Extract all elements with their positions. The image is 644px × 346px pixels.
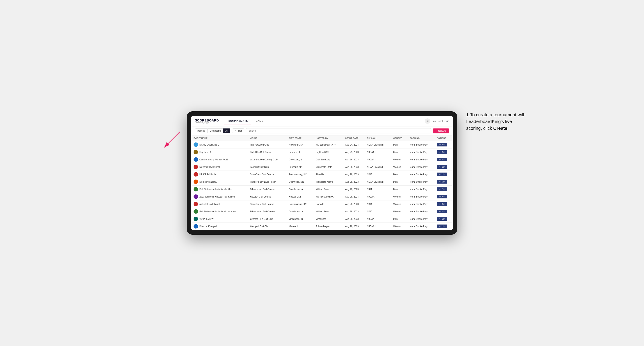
cell-division: NJCAA I bbox=[365, 149, 391, 156]
cell-date: Aug 28, 2023 bbox=[343, 200, 364, 208]
table-header: EVENT NAME VENUE CITY, STATE HOSTED BY S… bbox=[191, 136, 453, 141]
col-actions: ACTIONS bbox=[434, 136, 453, 141]
event-name: upike fall invitational bbox=[200, 203, 220, 205]
tournaments-table-container: EVENT NAME VENUE CITY, STATE HOSTED BY S… bbox=[191, 136, 453, 230]
event-icon bbox=[194, 217, 198, 221]
event-name: UPIKE Fall Invite bbox=[200, 173, 216, 176]
edit-button[interactable]: ✏ Edit bbox=[437, 202, 447, 206]
filter-hosting-button[interactable]: Hosting bbox=[195, 129, 208, 133]
cell-hosted: William Penn bbox=[314, 185, 343, 193]
tablet-screen: SCOREBOARD Powered by Clippit TOURNAMENT… bbox=[191, 116, 453, 230]
edit-icon: ✏ bbox=[439, 144, 441, 146]
cell-division: NJCAA I bbox=[365, 223, 391, 230]
edit-icon: ✏ bbox=[439, 225, 441, 227]
cell-division: NCAA Division III bbox=[365, 178, 391, 185]
table-row: UPIKE Fall Invite StoneCrest Golf Course… bbox=[191, 171, 453, 178]
tab-tournaments[interactable]: TOURNAMENTS bbox=[224, 118, 251, 124]
cell-hosted: William Penn bbox=[314, 208, 343, 215]
edit-button[interactable]: ✏ Edit bbox=[437, 173, 447, 176]
cell-city: Hesston, KS bbox=[286, 193, 314, 200]
edit-button[interactable]: ✏ Edit bbox=[437, 195, 447, 198]
cell-event: Klash at Kokopelli bbox=[191, 223, 248, 230]
edit-label: Edit bbox=[442, 203, 445, 205]
edit-icon: ✏ bbox=[439, 188, 441, 190]
event-icon bbox=[194, 165, 198, 169]
edit-button[interactable]: ✏ Edit bbox=[437, 217, 447, 221]
cell-scoring: team, Stroke Play bbox=[408, 141, 434, 149]
cell-actions: ✏ Edit bbox=[434, 163, 453, 171]
filter-competing-button[interactable]: Competing bbox=[208, 129, 223, 133]
edit-label: Edit bbox=[442, 225, 445, 227]
app-header: SCOREBOARD Powered by Clippit TOURNAMENT… bbox=[191, 116, 453, 126]
cell-hosted: Minnesota-Morris bbox=[314, 178, 343, 185]
cell-venue: The Powelton Club bbox=[248, 141, 286, 149]
col-venue: VENUE bbox=[248, 136, 286, 141]
cell-event: 2023 Women's Hesston Fall Kickoff bbox=[191, 193, 248, 200]
tab-teams[interactable]: TEAMS bbox=[251, 118, 266, 124]
cell-actions: ✏ Edit bbox=[434, 208, 453, 215]
cell-venue: StoneCrest Golf Course bbox=[248, 200, 286, 208]
cell-gender: Women bbox=[391, 193, 408, 200]
cell-date: Aug 28, 2023 bbox=[343, 178, 364, 185]
logo-sub-text: Powered by Clippit bbox=[195, 122, 219, 124]
cell-venue: Faribault Golf Club bbox=[248, 163, 286, 171]
filter-dropdown[interactable]: ≡ Filter bbox=[232, 129, 244, 133]
cell-city: Oskaloosa, IA bbox=[286, 208, 314, 215]
edit-button[interactable]: ✏ Edit bbox=[437, 187, 447, 191]
filter-icon: ≡ bbox=[234, 130, 236, 132]
col-scoring: SCORING bbox=[408, 136, 434, 141]
cell-venue: Cypress Hills Golf Club bbox=[248, 215, 286, 223]
edit-icon: ✏ bbox=[439, 151, 441, 153]
cell-actions: ✏ Edit bbox=[434, 178, 453, 185]
edit-icon: ✏ bbox=[439, 195, 441, 198]
cell-gender: Men bbox=[391, 178, 408, 185]
cell-actions: ✏ Edit bbox=[434, 141, 453, 149]
cell-event: upike fall invitational bbox=[191, 200, 248, 208]
cell-city: Newburgh, NY bbox=[286, 141, 314, 149]
edit-label: Edit bbox=[442, 166, 445, 168]
search-input[interactable] bbox=[246, 128, 431, 133]
event-icon bbox=[194, 179, 198, 184]
cell-city: Faribault, MN bbox=[286, 163, 314, 171]
edit-button[interactable]: ✏ Edit bbox=[437, 158, 447, 161]
cell-gender: Men bbox=[391, 185, 408, 193]
cell-city: Freeport, IL bbox=[286, 149, 314, 156]
edit-button[interactable]: ✏ Edit bbox=[437, 150, 447, 154]
create-button[interactable]: + Create bbox=[433, 129, 449, 133]
cell-scoring: team, Stroke Play bbox=[408, 178, 434, 185]
event-icon bbox=[194, 157, 198, 162]
toolbar: Hosting Competing All ≡ Filter + Create bbox=[191, 126, 453, 136]
table-body: MSMC Qualifying 1 The Powelton Club Newb… bbox=[191, 141, 453, 230]
cell-scoring: team, Stroke Play bbox=[408, 185, 434, 193]
annotation-arrow bbox=[151, 129, 187, 152]
cell-gender: Women bbox=[391, 163, 408, 171]
cell-date: Aug 28, 2023 bbox=[343, 171, 364, 178]
cell-event: Carl Sandburg Women FA23 bbox=[191, 156, 248, 163]
edit-button[interactable]: ✏ Edit bbox=[437, 224, 447, 228]
cell-actions: ✏ Edit bbox=[434, 193, 453, 200]
sign-link[interactable]: Sign bbox=[444, 120, 449, 122]
filter-button-group: Hosting Competing All bbox=[195, 129, 230, 133]
cell-scoring: team, Stroke Play bbox=[408, 163, 434, 171]
edit-button[interactable]: ✏ Edit bbox=[437, 165, 447, 169]
table-row: Carl Sandburg Women FA23 Lake Bracken Co… bbox=[191, 156, 453, 163]
cell-city: Oskaloosa, IA bbox=[286, 185, 314, 193]
event-icon bbox=[194, 172, 198, 176]
edit-button[interactable]: ✏ Edit bbox=[437, 180, 447, 183]
col-hosted: HOSTED BY bbox=[314, 136, 343, 141]
event-name: Morris Invitational bbox=[200, 181, 217, 183]
edit-icon: ✏ bbox=[439, 210, 441, 213]
edit-button[interactable]: ✏ Edit bbox=[437, 143, 447, 147]
settings-button[interactable]: ⚙ bbox=[425, 118, 430, 124]
filter-label: Filter bbox=[237, 130, 242, 132]
cell-city: Prestonsburg, KY bbox=[286, 171, 314, 178]
user-info: Test User | bbox=[432, 120, 443, 122]
cell-actions: ✏ Edit bbox=[434, 156, 453, 163]
cell-hosted: Murray State (OK) bbox=[314, 193, 343, 200]
edit-button[interactable]: ✏ Edit bbox=[437, 210, 447, 213]
event-name: 2023 Women's Hesston Fall Kickoff bbox=[200, 195, 235, 198]
header-right: ⚙ Test User | Sign bbox=[425, 118, 449, 124]
cell-division: NAIA bbox=[365, 208, 391, 215]
filter-all-button[interactable]: All bbox=[223, 129, 230, 133]
cell-city: Galesburg, IL bbox=[286, 156, 314, 163]
